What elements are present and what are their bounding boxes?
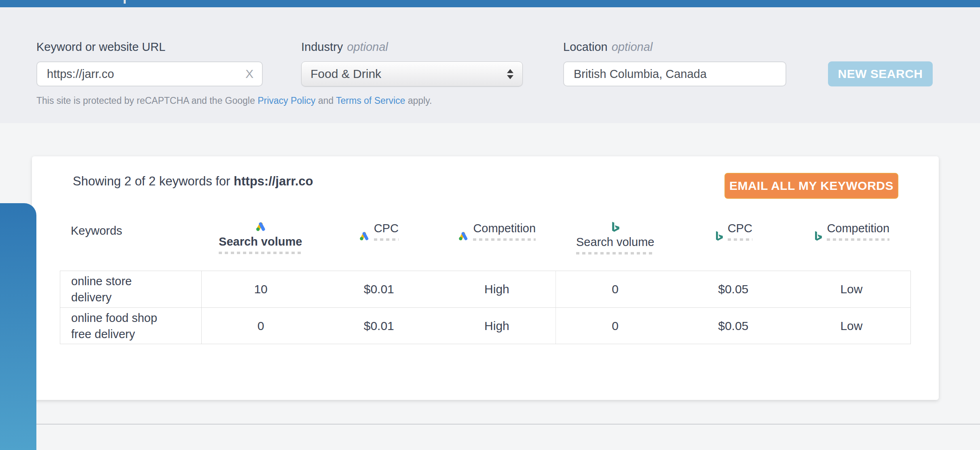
- table-row: online food shop free delivery 0 $0.01 H…: [60, 307, 910, 344]
- industry-optional-tag: optional: [347, 40, 388, 53]
- email-all-keywords-button[interactable]: EMAIL ALL MY KEYWORDS: [724, 173, 898, 199]
- bing-icon: [814, 231, 822, 241]
- table-body: online store delivery 10 $0.01 High 0 $0…: [60, 271, 911, 344]
- section-divider: [36, 424, 980, 425]
- table-row: online store delivery 10 $0.01 High 0 $0…: [60, 271, 910, 307]
- results-summary: Showing 2 of 2 keywords for https://jarr…: [73, 174, 313, 189]
- x-clear-icon[interactable]: X: [240, 61, 259, 86]
- location-optional-tag: optional: [612, 40, 653, 53]
- google-ads-icon: [255, 222, 266, 231]
- bing-search-volume-cell: 0: [556, 308, 674, 344]
- google-cpc-cell: $0.01: [320, 308, 438, 344]
- google-search-volume-cell: 0: [202, 308, 320, 344]
- column-header-bing-cpc: CPC: [674, 220, 793, 271]
- new-search-button[interactable]: NEW SEARCH: [828, 61, 933, 86]
- keyword-label: Keyword or website URL: [36, 40, 165, 54]
- column-header-keywords: Keywords: [60, 220, 201, 271]
- bing-cpc-cell: $0.05: [674, 308, 792, 344]
- privacy-policy-link[interactable]: Privacy Policy: [258, 95, 315, 106]
- keyword-cell: online store delivery: [60, 271, 202, 307]
- bing-cpc-label[interactable]: CPC: [728, 222, 752, 241]
- results-card: Showing 2 of 2 keywords for https://jarr…: [32, 156, 939, 400]
- google-search-volume-label[interactable]: Search volume: [219, 235, 302, 254]
- google-competition-label[interactable]: Competition: [473, 222, 536, 241]
- bing-icon: [611, 222, 619, 232]
- bing-search-volume-label[interactable]: Search volume: [576, 236, 654, 254]
- column-header-google-cpc: CPC: [320, 220, 438, 271]
- google-ads-icon: [458, 231, 468, 241]
- select-arrows-icon: [507, 69, 513, 79]
- column-header-bing-search-volume: Search volume: [556, 220, 675, 271]
- location-label: Locationoptional: [563, 40, 653, 54]
- search-form: Keyword or website URL Industryoptional …: [0, 7, 980, 123]
- bing-search-volume-cell: 0: [556, 271, 674, 307]
- google-cpc-label[interactable]: CPC: [374, 222, 399, 241]
- bing-competition-cell: Low: [792, 308, 910, 344]
- column-header-bing-competition: Competition: [793, 220, 911, 271]
- recaptcha-notice: This site is protected by reCAPTCHA and …: [36, 95, 432, 106]
- column-header-google-competition: Competition: [438, 220, 556, 271]
- top-bar: [0, 0, 980, 7]
- industry-select-value: Food & Drink: [310, 67, 381, 81]
- results-summary-url: https://jarr.co: [234, 174, 313, 188]
- table-header-row: Keywords Search volume CPC Competition: [60, 220, 911, 271]
- location-input[interactable]: [563, 61, 786, 86]
- side-panel-edge: [0, 203, 36, 450]
- bing-icon: [715, 231, 723, 241]
- bing-competition-label[interactable]: Competition: [827, 222, 889, 241]
- google-competition-cell: High: [438, 308, 556, 344]
- keywords-table: Keywords Search volume CPC Competition: [60, 220, 911, 344]
- industry-select[interactable]: Food & Drink: [301, 61, 523, 86]
- keyword-cell: online food shop free delivery: [60, 308, 202, 344]
- google-competition-cell: High: [438, 271, 556, 307]
- bing-competition-cell: Low: [792, 271, 910, 307]
- text-caret: [124, 0, 126, 4]
- column-header-google-search-volume: Search volume: [201, 220, 320, 271]
- keyword-input[interactable]: [36, 61, 263, 86]
- google-search-volume-cell: 10: [202, 271, 320, 307]
- google-ads-icon: [359, 231, 369, 241]
- industry-label: Industryoptional: [301, 40, 388, 54]
- google-cpc-cell: $0.01: [320, 271, 438, 307]
- terms-of-service-link[interactable]: Terms of Service: [336, 95, 405, 106]
- bing-cpc-cell: $0.05: [674, 271, 792, 307]
